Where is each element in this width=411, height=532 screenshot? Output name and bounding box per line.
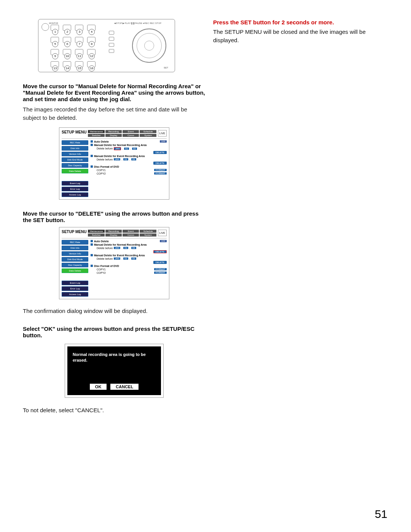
cancel-note: To not delete, select "CANCEL". xyxy=(23,406,206,414)
monitor-label: MONITOR xyxy=(49,22,58,24)
confirm-dialog-text: The confirmation dialog window will be d… xyxy=(23,307,206,315)
menu-title: SETUP MENU xyxy=(62,130,86,134)
set-label: SET xyxy=(164,67,168,69)
playback-labels: ■STOP ▶PLAY/❚❚PAUSE ●REC REC STOP xyxy=(115,22,161,24)
confirmation-dialog: Normal recording area is going to be era… xyxy=(65,344,164,398)
step-manual-delete-body: The images recorded the day before the s… xyxy=(23,105,206,122)
jog-dial xyxy=(132,29,166,63)
setup-menu-screenshot-1: SETUP MENU Maintenance Recording Event S… xyxy=(59,127,169,200)
step-manual-delete-heading: Move the cursor to "Manual Delete for No… xyxy=(23,83,206,102)
setup-menu-screenshot-2: SETUP MENU Maintenance Recording Event S… xyxy=(59,227,169,299)
control-panel-diagram: MONITOR ■STOP ▶PLAY/❚❚PAUSE ●REC REC STO… xyxy=(38,19,175,72)
page-number: 51 xyxy=(375,508,387,521)
delete-button-selected: DELETE xyxy=(153,250,167,253)
dialog-message: Normal recording area is going to be era… xyxy=(73,352,156,375)
press-set-body: The SETUP MENU will be closed and the li… xyxy=(213,28,388,44)
cancel-button: CANCEL xyxy=(110,384,139,390)
step-ok-heading: Select "OK" using the arrows button and … xyxy=(23,326,206,338)
step-delete-heading: Move the cursor to "DELETE" using the ar… xyxy=(23,210,206,223)
press-set-heading: Press the SET button for 2 seconds or mo… xyxy=(213,19,388,25)
live-button: LIVE xyxy=(158,130,167,137)
ok-button: OK xyxy=(90,384,107,390)
